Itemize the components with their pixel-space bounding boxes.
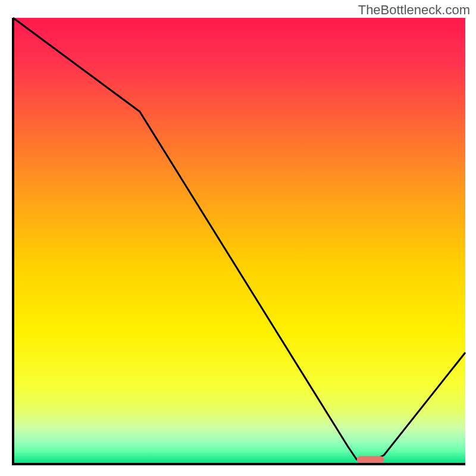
chart-container: TheBottleneck.com	[0, 0, 476, 476]
watermark-text: TheBottleneck.com	[358, 2, 470, 18]
plot-background	[13, 18, 465, 464]
optimal-range-marker	[357, 456, 384, 464]
bottleneck-chart	[0, 0, 476, 476]
